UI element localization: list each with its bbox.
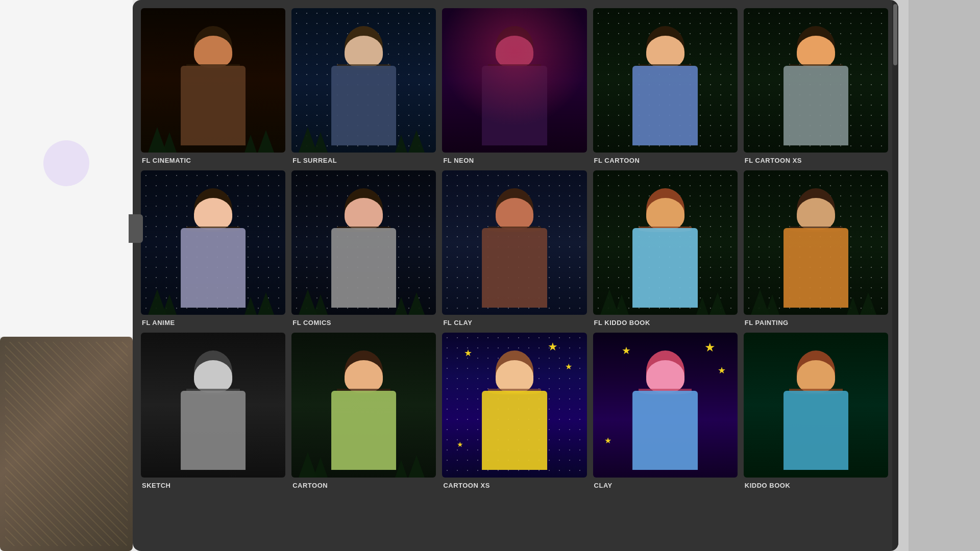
style-label-fl-cinematic: FL CINEMATIC [141, 157, 191, 164]
grid-item-fl-kiddo-book[interactable]: FL KIDDO BOOK [593, 170, 738, 327]
style-label-kiddo-book: KIDDO BOOK [744, 482, 791, 489]
grid-item-fl-neon[interactable]: FL NEON [442, 8, 586, 164]
style-image-cartoon [291, 333, 436, 477]
style-label-fl-surreal: FL SURREAL [291, 157, 337, 164]
style-image-fl-painting [744, 170, 888, 315]
style-grid: FL CINEMATIC [141, 8, 888, 489]
collapse-button[interactable] [129, 214, 143, 243]
style-image-fl-cartoon [593, 8, 738, 153]
grid-item-fl-clay[interactable]: FL CLAY [442, 170, 586, 327]
style-label-cartoon: CARTOON [291, 482, 328, 489]
sidebar [0, 0, 133, 337]
style-label-fl-clay: FL CLAY [442, 319, 472, 327]
grid-item-fl-surreal[interactable]: FL SURREAL [291, 8, 436, 164]
grid-item-cartoon-xs[interactable]: ★ ★ ★ ★ CARTOON XS [442, 333, 586, 489]
scrollbar-thumb[interactable] [893, 4, 897, 65]
style-label-fl-neon: FL NEON [442, 157, 474, 164]
background-book [0, 337, 133, 551]
style-grid-container[interactable]: FL CINEMATIC [133, 0, 898, 551]
style-label-cartoon-xs: CARTOON XS [442, 482, 489, 489]
style-image-fl-kiddo-book [593, 170, 738, 315]
style-label-fl-anime: FL ANIME [141, 319, 175, 327]
grid-item-sketch[interactable]: SKETCH [141, 333, 285, 489]
style-image-sketch [141, 333, 285, 477]
grid-item-fl-painting[interactable]: FL PAINTING [744, 170, 888, 327]
style-image-cartoon-xs: ★ ★ ★ ★ [442, 333, 586, 477]
style-image-fl-cartoon-xs [744, 8, 888, 153]
style-image-fl-surreal [291, 8, 436, 153]
style-image-fl-comics [291, 170, 436, 315]
style-image-fl-neon [442, 8, 586, 153]
style-label-sketch: SKETCH [141, 482, 170, 489]
grid-item-fl-anime[interactable]: FL ANIME [141, 170, 285, 327]
grid-item-clay[interactable]: ★ ★ ★ ★ CLAY [593, 333, 738, 489]
grid-item-fl-cinematic[interactable]: FL CINEMATIC [141, 8, 285, 164]
grid-item-fl-comics[interactable]: FL COMICS [291, 170, 436, 327]
scrollbar-track[interactable] [892, 0, 898, 551]
right-panel [888, 0, 980, 551]
style-image-fl-cinematic [141, 8, 285, 153]
style-label-fl-cartoon-xs: FL CARTOON XS [744, 157, 802, 164]
style-image-clay: ★ ★ ★ ★ [593, 333, 738, 477]
style-image-fl-clay [442, 170, 586, 315]
style-label-fl-kiddo-book: FL KIDDO BOOK [593, 319, 650, 327]
style-label-fl-comics: FL COMICS [291, 319, 331, 327]
avatar [43, 140, 89, 186]
grid-item-kiddo-book[interactable]: KIDDO BOOK [744, 333, 888, 489]
style-image-fl-anime [141, 170, 285, 315]
style-label-fl-painting: FL PAINTING [744, 319, 789, 327]
main-panel: FL CINEMATIC [133, 0, 898, 551]
style-label-clay: CLAY [593, 482, 612, 489]
grid-item-fl-cartoon[interactable]: FL CARTOON [593, 8, 738, 164]
style-selector[interactable] [65, 194, 67, 196]
style-label-fl-cartoon: FL CARTOON [593, 157, 640, 164]
grid-item-cartoon[interactable]: CARTOON [291, 333, 436, 489]
grid-item-fl-cartoon-xs[interactable]: FL CARTOON XS [744, 8, 888, 164]
style-image-kiddo-book [744, 333, 888, 477]
